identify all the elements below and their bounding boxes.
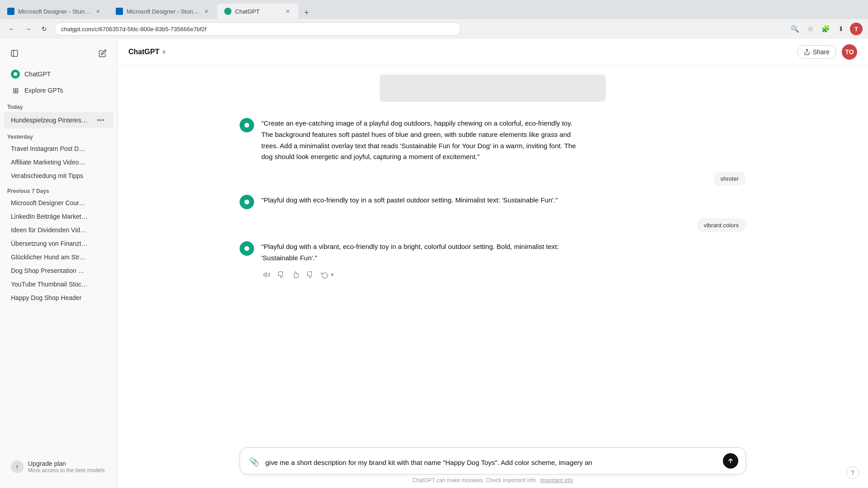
- audio-button[interactable]: [261, 269, 272, 280]
- thumbsup-button[interactable]: [290, 269, 301, 280]
- chat-item-3[interactable]: Affiliate Marketing Videokurs O...: [4, 155, 113, 169]
- chat-messages: "Create an eye-catching image of a playf…: [118, 66, 868, 447]
- chat-item-10[interactable]: Dog Shop Presentation Backgro...: [4, 264, 113, 277]
- forward-button[interactable]: →: [22, 23, 34, 35]
- tab-bar: Microsoft Designer - Stunning... ✕ Micro…: [0, 0, 868, 19]
- sidebar-toggle-button[interactable]: [7, 46, 22, 61]
- share-button[interactable]: Share: [797, 45, 836, 59]
- input-area: 📎 give me a short description for my bra…: [222, 447, 764, 474]
- sidebar-chatgpt-label: ChatGPT: [24, 70, 51, 78]
- chat-item-8[interactable]: Übersetzung von Finanztiteln: [4, 237, 113, 250]
- tab-1[interactable]: Microsoft Designer - Stunning... ✕: [0, 4, 108, 19]
- back-button[interactable]: ←: [5, 23, 18, 35]
- new-tab-button[interactable]: +: [300, 6, 313, 19]
- chat-item-7[interactable]: Ideen für Dividenden Videos: [4, 223, 113, 237]
- section-today-label: Today: [0, 99, 117, 112]
- thumbsdown-outline-button[interactable]: [276, 269, 287, 280]
- upgrade-plan-button[interactable]: ↑ Upgrade plan More access to the best m…: [7, 456, 110, 477]
- chat-item-6[interactable]: LinkedIn Beiträge Marketing Ide...: [4, 210, 113, 223]
- chat-header: ChatGPT ∨ Share TO: [118, 39, 868, 66]
- chat-title-5: Microsoft Designer Course Intro: [11, 199, 88, 206]
- chatgpt-icon: [11, 70, 20, 79]
- upgrade-text: Upgrade plan More access to the best mod…: [28, 460, 104, 474]
- message-row-5: "Playful dog with a vibrant, eco-friendl…: [222, 236, 764, 287]
- user-label-1: shroter: [713, 172, 746, 186]
- message-actions: ▾: [261, 267, 578, 282]
- chat-title-9: Glücklicher Hund am Strand: [11, 253, 88, 261]
- tab-3[interactable]: ChatGPT ✕: [217, 4, 298, 19]
- assistant-avatar-1: [240, 118, 254, 132]
- help-icon: ?: [851, 469, 854, 476]
- upgrade-icon: ↑: [11, 460, 24, 473]
- chat-input[interactable]: give me a short description for my brand…: [265, 458, 718, 469]
- bookmark-button[interactable]: ☆: [804, 23, 816, 35]
- tab-2[interactable]: Microsoft Designer - Stunning... ✕: [108, 4, 217, 19]
- profile-button[interactable]: T: [850, 23, 863, 35]
- message-row-2: shroter: [222, 168, 764, 189]
- chat-item-9[interactable]: Glücklicher Hund am Strand: [4, 250, 113, 264]
- tab-1-favicon: [7, 8, 14, 15]
- message-text-2: "Playful dog with eco-friendly toy in a …: [261, 195, 558, 206]
- sidebar-item-explore[interactable]: ⊞ Explore GPTs: [4, 82, 113, 99]
- message-text-1: "Create an eye-catching image of a playf…: [261, 118, 578, 163]
- chat-item-2[interactable]: Travel Instagram Post Design: [4, 142, 113, 155]
- sidebar-item-chatgpt[interactable]: ChatGPT: [4, 66, 113, 82]
- tab-2-close[interactable]: ✕: [203, 8, 210, 15]
- tab-1-close[interactable]: ✕: [94, 8, 101, 15]
- address-bar[interactable]: chatgpt.com/c/6706357d-5fdc-800e-83b5-73…: [54, 22, 461, 36]
- chat-title-10: Dog Shop Presentation Backgro...: [11, 267, 88, 274]
- help-button[interactable]: ?: [846, 466, 859, 479]
- send-button[interactable]: [723, 453, 738, 469]
- chat-title-3: Affiliate Marketing Videokurs O...: [11, 159, 88, 166]
- chevron-down-icon: ∨: [162, 49, 166, 55]
- assistant-avatar-3: [240, 241, 254, 256]
- svg-point-4: [245, 123, 250, 128]
- user-initials: TO: [845, 48, 854, 56]
- message-row-4: vibrant colors: [222, 215, 764, 236]
- tab-2-title: Microsoft Designer - Stunning...: [127, 8, 199, 15]
- chat-item-4[interactable]: Verabschiedung mit Tipps: [4, 169, 113, 183]
- important-info-link[interactable]: important info: [540, 477, 573, 483]
- chat-item-5[interactable]: Microsoft Designer Course Intro: [4, 196, 113, 210]
- sidebar: ChatGPT ⊞ Explore GPTs Today Hundespielz…: [0, 39, 118, 488]
- chat-menu-1[interactable]: •••: [95, 115, 106, 125]
- tab-3-close[interactable]: ✕: [284, 8, 291, 15]
- user-avatar[interactable]: TO: [842, 44, 857, 60]
- assistant-avatar-2: [240, 195, 254, 209]
- message-row-1: "Create an eye-catching image of a playf…: [222, 113, 764, 168]
- download-button[interactable]: ⬇: [835, 23, 847, 35]
- sidebar-header: [0, 44, 117, 66]
- tab-3-favicon: [224, 8, 231, 15]
- chat-item-12[interactable]: Happy Dog Shop Header: [4, 291, 113, 305]
- extensions-button[interactable]: 🧩: [819, 23, 832, 35]
- chat-header-title: ChatGPT: [128, 48, 159, 56]
- svg-point-5: [245, 200, 250, 205]
- message-text-3: "Playful dog with a vibrant, eco-friendl…: [261, 241, 578, 264]
- svg-point-2: [14, 72, 17, 76]
- chat-title-area[interactable]: ChatGPT ∨: [128, 48, 166, 56]
- share-label: Share: [813, 48, 830, 56]
- thumbsdown-button[interactable]: [305, 269, 316, 280]
- browser-chrome: Microsoft Designer - Stunning... ✕ Micro…: [0, 0, 868, 39]
- chat-title-1: Hundespielzeug Pinterest He: [11, 117, 88, 124]
- regenerate-button[interactable]: ▾: [319, 269, 335, 280]
- sidebar-explore-label: Explore GPTs: [24, 87, 63, 94]
- user-label-2: vibrant colors: [697, 218, 746, 232]
- address-bar-row: ← → ↻ chatgpt.com/c/6706357d-5fdc-800e-8…: [0, 19, 868, 39]
- section-yesterday-label: Yesterday: [0, 128, 117, 142]
- attach-button[interactable]: 📎: [247, 455, 261, 469]
- address-text: chatgpt.com/c/6706357d-5fdc-800e-83b5-73…: [61, 26, 207, 33]
- chat-title-12: Happy Dog Shop Header: [11, 294, 81, 301]
- zoom-button[interactable]: 🔍: [788, 23, 801, 35]
- chat-item-11[interactable]: YouTube Thumbnail Stock Marke...: [4, 277, 113, 291]
- section-prev7-label: Previous 7 Days: [0, 183, 117, 196]
- new-chat-button[interactable]: [95, 46, 110, 61]
- chat-item-1[interactable]: Hundespielzeug Pinterest He •••: [4, 112, 113, 128]
- tab-1-title: Microsoft Designer - Stunning...: [18, 8, 90, 15]
- chat-title-2: Travel Instagram Post Design: [11, 145, 88, 152]
- reload-button[interactable]: ↻: [38, 23, 51, 35]
- message-row-3: "Playful dog with eco-friendly toy in a …: [222, 189, 764, 215]
- upgrade-label: Upgrade plan: [28, 460, 104, 467]
- app-container: ChatGPT ⊞ Explore GPTs Today Hundespielz…: [0, 39, 868, 488]
- chat-title-6: LinkedIn Beiträge Marketing Ide...: [11, 213, 88, 220]
